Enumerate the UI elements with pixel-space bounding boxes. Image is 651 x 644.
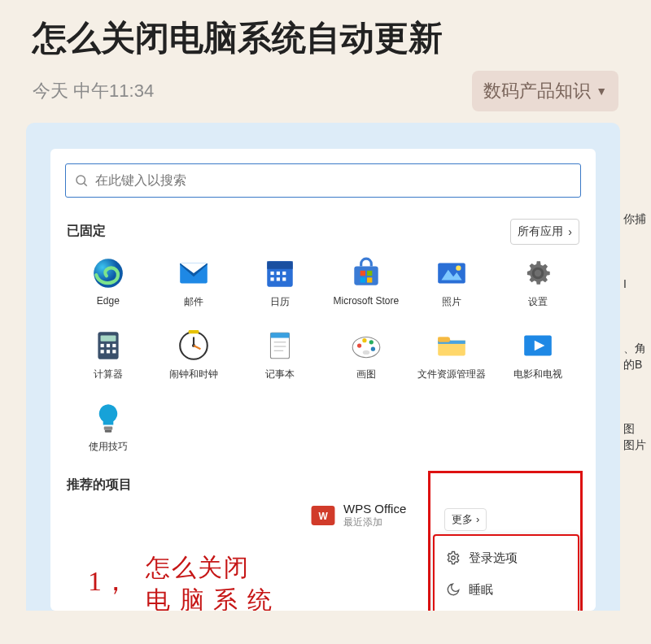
svg-point-43 bbox=[369, 340, 373, 344]
app-label: 记事本 bbox=[265, 368, 295, 381]
mail-icon bbox=[177, 256, 211, 290]
chevron-right-icon: › bbox=[568, 225, 572, 238]
annotation-text: 怎么关闭 电 脑 系 统 bbox=[139, 550, 280, 611]
moon-icon bbox=[446, 582, 461, 597]
red-annotation: 1， 怎么关闭 电 脑 系 统 bbox=[83, 550, 280, 611]
app-tile-movies[interactable]: 电影和电视 bbox=[495, 329, 581, 381]
app-tile-photos[interactable]: 照片 bbox=[409, 256, 496, 309]
app-label: 闹钟和时钟 bbox=[169, 368, 218, 381]
app-label: 计算器 bbox=[94, 368, 123, 381]
wps-icon: W bbox=[309, 502, 337, 529]
app-label: 电影和电视 bbox=[513, 368, 562, 381]
svg-point-41 bbox=[357, 343, 361, 347]
svg-point-0 bbox=[76, 176, 85, 185]
tips-icon bbox=[91, 401, 125, 435]
svg-rect-50 bbox=[104, 426, 113, 429]
article-header: 怎么关闭电脑系统自动更新 bbox=[0, 0, 651, 67]
article-timestamp: 今天 中午11:34 bbox=[33, 79, 154, 103]
app-tile-mail[interactable]: 邮件 bbox=[151, 256, 238, 309]
gear-icon bbox=[446, 550, 461, 565]
svg-point-42 bbox=[362, 338, 366, 342]
notepad-icon bbox=[263, 329, 297, 363]
search-icon bbox=[74, 173, 89, 188]
all-apps-label: 所有应用 bbox=[518, 224, 563, 239]
svg-rect-17 bbox=[360, 277, 365, 282]
svg-rect-34 bbox=[189, 330, 199, 333]
svg-point-54 bbox=[452, 556, 456, 560]
chevron-down-icon: ▼ bbox=[596, 85, 607, 98]
wps-name: WPS Office bbox=[343, 502, 406, 516]
app-tile-explorer[interactable]: 文件资源管理器 bbox=[409, 329, 496, 381]
svg-rect-23 bbox=[100, 335, 116, 341]
app-label: 日历 bbox=[270, 295, 290, 309]
svg-rect-36 bbox=[271, 333, 290, 337]
wps-subtitle: 最近添加 bbox=[343, 516, 406, 529]
search-box[interactable] bbox=[65, 163, 581, 198]
recommended-section-title: 推荐的项目 bbox=[67, 476, 132, 494]
svg-rect-11 bbox=[271, 277, 274, 281]
svg-rect-29 bbox=[112, 350, 116, 353]
power-menu-sleep[interactable]: 睡眠 bbox=[435, 574, 578, 606]
svg-line-1 bbox=[84, 183, 86, 185]
paint-icon bbox=[349, 329, 383, 363]
svg-rect-28 bbox=[107, 350, 110, 353]
svg-rect-26 bbox=[112, 343, 116, 346]
svg-rect-18 bbox=[367, 277, 372, 282]
app-label: 画图 bbox=[356, 368, 376, 381]
start-menu-screenshot: 已固定 所有应用 › Edge邮件日历Microsoft Store照片设置计算… bbox=[26, 123, 620, 611]
app-label: Microsoft Store bbox=[333, 295, 399, 307]
svg-rect-12 bbox=[277, 277, 280, 281]
app-label: 邮件 bbox=[184, 295, 203, 309]
pinned-section-title: 已固定 bbox=[67, 223, 106, 240]
all-apps-button[interactable]: 所有应用 › bbox=[510, 219, 579, 245]
svg-rect-27 bbox=[100, 350, 103, 353]
svg-point-44 bbox=[371, 346, 375, 350]
svg-rect-16 bbox=[367, 270, 372, 275]
explorer-icon bbox=[435, 329, 469, 363]
article-title: 怎么关闭电脑系统自动更新 bbox=[33, 16, 618, 61]
svg-rect-15 bbox=[360, 270, 365, 275]
app-label: Edge bbox=[97, 295, 120, 307]
app-tile-tips[interactable]: 使用技巧 bbox=[65, 401, 151, 454]
store-icon bbox=[349, 256, 383, 290]
power-menu-signin-options[interactable]: 登录选项 bbox=[435, 542, 578, 574]
app-tile-edge[interactable]: Edge bbox=[65, 256, 151, 309]
app-tile-calc[interactable]: 计算器 bbox=[65, 329, 151, 381]
svg-rect-9 bbox=[277, 271, 280, 274]
app-tile-clock[interactable]: 闹钟和时钟 bbox=[151, 329, 238, 381]
svg-rect-13 bbox=[282, 277, 286, 281]
app-label: 使用技巧 bbox=[89, 440, 128, 454]
app-tile-store[interactable]: Microsoft Store bbox=[323, 256, 409, 309]
app-tile-settings[interactable]: 设置 bbox=[495, 256, 581, 309]
svg-point-45 bbox=[363, 350, 369, 354]
svg-rect-8 bbox=[271, 271, 274, 274]
calendar-icon bbox=[263, 256, 297, 290]
power-menu-label: 登录选项 bbox=[469, 550, 518, 566]
power-menu-label: 睡眠 bbox=[469, 582, 493, 598]
app-label: 照片 bbox=[442, 295, 461, 309]
settings-icon bbox=[521, 256, 555, 290]
app-tile-notepad[interactable]: 记事本 bbox=[237, 329, 323, 381]
app-label: 设置 bbox=[528, 295, 548, 309]
article-meta-row: 今天 中午11:34 数码产品知识 ▼ bbox=[0, 67, 651, 123]
category-label: 数码产品知识 bbox=[483, 79, 591, 103]
clock-icon bbox=[177, 329, 211, 363]
annotation-number: 1， bbox=[83, 563, 138, 605]
category-tag[interactable]: 数码产品知识 ▼ bbox=[472, 71, 618, 111]
search-input[interactable] bbox=[95, 173, 572, 188]
svg-rect-14 bbox=[354, 266, 378, 285]
edge-icon bbox=[91, 256, 125, 290]
svg-rect-47 bbox=[439, 337, 451, 342]
app-tile-paint[interactable]: 画图 bbox=[323, 329, 409, 381]
svg-rect-25 bbox=[107, 343, 110, 346]
app-tile-calendar[interactable]: 日历 bbox=[237, 256, 323, 309]
side-text-fragments: 你捕 I 、角 的B 图 图片 bbox=[623, 211, 651, 454]
more-button[interactable]: 更多 › bbox=[444, 508, 487, 531]
calc-icon bbox=[91, 329, 125, 363]
svg-rect-51 bbox=[105, 429, 111, 432]
svg-text:W: W bbox=[318, 511, 328, 522]
movies-icon bbox=[521, 329, 555, 363]
svg-rect-10 bbox=[282, 271, 286, 274]
svg-point-21 bbox=[457, 265, 461, 270]
svg-rect-7 bbox=[267, 261, 293, 268]
